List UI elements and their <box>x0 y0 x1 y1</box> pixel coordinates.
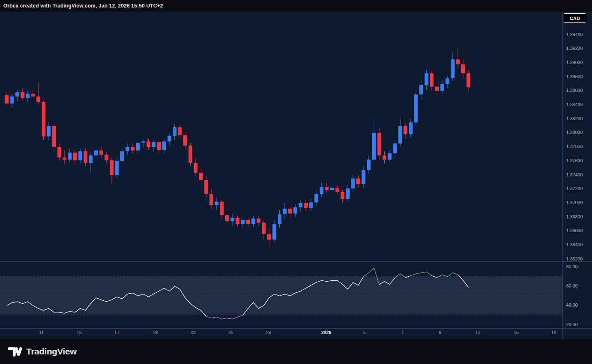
chart-canvas[interactable]: 1.394001.392001.390001.388001.386001.384… <box>0 12 592 339</box>
candle-body <box>183 135 187 146</box>
candle-body <box>110 160 114 175</box>
candle-body <box>178 127 182 135</box>
candle-body <box>26 94 30 98</box>
candle-body <box>36 97 40 102</box>
candle-body <box>288 209 292 214</box>
candle-body <box>341 192 344 199</box>
candle-body <box>314 194 318 202</box>
candle-body <box>167 136 171 141</box>
rsi-tick-label: 20.00 <box>566 322 578 327</box>
rsi-line-segment <box>211 317 217 318</box>
price-axis[interactable]: 1.394001.392001.390001.388001.386001.384… <box>566 32 583 261</box>
rsi-line-segment <box>238 315 243 317</box>
candle-body <box>467 73 470 87</box>
candle-body <box>246 220 250 224</box>
rsi-line-segment <box>222 318 227 319</box>
rsi-line-segment <box>232 317 238 319</box>
candle-body <box>419 85 423 94</box>
candle-body <box>351 178 355 188</box>
price-tick-label: 1.39000 <box>566 60 583 65</box>
chart-header: Orbex created with TradingView.com, Jan … <box>0 0 592 12</box>
candle-body <box>189 146 192 163</box>
candle-body <box>204 180 208 194</box>
candle-body <box>451 59 455 79</box>
candle-body <box>241 220 245 224</box>
candle-body <box>194 163 197 173</box>
candle-body <box>115 161 119 175</box>
candle-body <box>147 141 150 147</box>
price-tick-label: 1.38000 <box>566 130 583 135</box>
candle-body <box>251 218 255 224</box>
rsi-axis[interactable]: 80.0060.0040.0020.00 <box>566 264 578 327</box>
candle-body <box>73 153 77 161</box>
candle-body <box>440 84 444 91</box>
price-tick-label: 1.39400 <box>566 32 583 37</box>
time-tick-label: 13 <box>475 330 480 335</box>
candle-body <box>120 151 124 161</box>
candle-body <box>267 234 271 239</box>
candle-body <box>15 92 19 97</box>
candle-body <box>126 147 129 151</box>
time-axis[interactable]: 111517192325292026579131519 <box>39 330 557 335</box>
chart-area[interactable]: 1.394001.392001.390001.388001.386001.384… <box>0 12 592 339</box>
candle-body <box>257 218 261 223</box>
price-tick-label: 1.37200 <box>566 186 583 191</box>
time-tick-label: 19 <box>551 330 556 335</box>
candle-body <box>262 223 266 234</box>
rsi-pane[interactable] <box>0 268 563 319</box>
time-tick-label: 29 <box>266 330 271 335</box>
candle-body <box>42 102 45 136</box>
candle-body <box>435 87 439 91</box>
candle-body <box>94 151 98 156</box>
candle-body <box>414 94 418 122</box>
price-tick-label: 1.39200 <box>566 46 583 51</box>
candle-body <box>57 147 61 157</box>
rsi-tick-label: 60.00 <box>566 283 578 288</box>
main-pane[interactable] <box>5 47 470 247</box>
price-tick-label: 1.36400 <box>566 242 583 247</box>
candle-body <box>445 78 449 84</box>
rsi-line-segment <box>448 273 453 277</box>
candle-body <box>362 170 366 184</box>
candle-body <box>152 142 156 147</box>
rsi-line-segment <box>363 273 369 277</box>
candle-body <box>99 151 103 155</box>
candle-body <box>461 64 465 73</box>
candle-body <box>173 127 177 136</box>
candle-body <box>403 126 407 134</box>
price-tick-label: 1.37800 <box>566 144 583 149</box>
candle-body <box>209 194 213 205</box>
time-tick-label: 15 <box>77 330 82 335</box>
rsi-line-segment <box>216 317 222 319</box>
candle-body <box>346 188 350 199</box>
rsi-line-segment <box>411 274 416 276</box>
candle-body <box>388 153 392 159</box>
time-tick-label: 11 <box>39 330 44 335</box>
candle-body <box>425 73 428 85</box>
candle-body <box>325 187 328 190</box>
time-tick-label: 19 <box>153 330 158 335</box>
tradingview-logo[interactable]: TradingView <box>0 345 77 358</box>
candle-body <box>430 73 433 87</box>
rsi-line-segment <box>227 318 233 319</box>
candle-body <box>220 202 224 215</box>
candle-body <box>162 141 166 150</box>
candle-body <box>62 158 66 160</box>
footer-bar: TradingView <box>0 339 592 364</box>
candle-body <box>336 188 339 192</box>
candle-body <box>157 142 161 150</box>
rsi-line-segment <box>426 272 432 275</box>
rsi-line-segment <box>421 272 427 272</box>
candle-body <box>84 151 87 163</box>
candle-body <box>31 94 35 97</box>
candle-body <box>294 207 297 213</box>
candle-body <box>367 160 371 170</box>
candle-body <box>278 214 281 224</box>
candle-body <box>52 126 56 147</box>
time-tick-label: 15 <box>514 330 519 335</box>
candle-body <box>398 126 402 144</box>
candle-body <box>89 156 92 163</box>
price-tick-label: 1.38600 <box>566 88 583 93</box>
rsi-line-segment <box>206 316 211 318</box>
tradingview-logo-text: TradingView <box>26 347 77 357</box>
